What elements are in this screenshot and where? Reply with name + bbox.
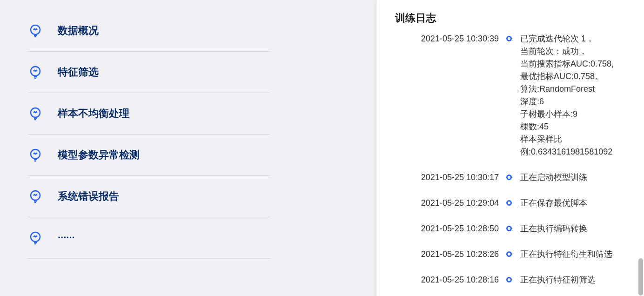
log-panel-title: 训练日志 xyxy=(376,0,644,33)
log-entry: 2021-05-25 10:29:04 正在保存最优脚本 xyxy=(376,197,630,209)
menu-label: 系统错误报告 xyxy=(58,189,119,203)
log-list[interactable]: 2021-05-25 10:30:39 已完成迭代轮次 1， 当前轮次：成功， … xyxy=(376,33,644,296)
lightbulb-icon xyxy=(28,189,43,204)
log-entry: 2021-05-25 10:28:26 正在执行特征衍生和筛选 xyxy=(376,248,630,261)
timeline-dot xyxy=(504,171,514,180)
timeline-dot xyxy=(504,197,514,206)
log-entry: 2021-05-25 10:28:16 正在执行特征初筛选 xyxy=(376,274,630,286)
log-message: 正在执行编码转换 xyxy=(514,222,630,235)
log-timestamp: 2021-05-25 10:28:16 xyxy=(376,274,504,286)
log-entry: 2021-05-25 10:30:17 正在启动模型训练 xyxy=(376,171,630,184)
menu-item-data-overview[interactable]: 数据概况 xyxy=(28,19,270,52)
scrollbar-thumb[interactable] xyxy=(638,258,643,296)
menu-label: 模型参数异常检测 xyxy=(58,148,140,162)
timeline-dot xyxy=(504,33,514,41)
log-message: 正在保存最优脚本 xyxy=(514,197,630,209)
log-timestamp: 2021-05-25 10:28:50 xyxy=(376,222,504,235)
lightbulb-icon xyxy=(28,230,43,245)
menu-label: 特征筛选 xyxy=(58,65,99,79)
menu-label: 样本不均衡处理 xyxy=(58,107,129,121)
log-message: 正在执行特征初筛选 xyxy=(514,274,630,286)
lightbulb-icon xyxy=(28,65,43,80)
scrollbar[interactable] xyxy=(638,28,643,296)
timeline-dot xyxy=(504,274,514,283)
timeline-dot xyxy=(504,222,514,231)
log-entry: 2021-05-25 10:28:50 正在执行编码转换 xyxy=(376,222,630,235)
log-timestamp: 2021-05-25 10:30:17 xyxy=(376,171,504,184)
menu-label: ······ xyxy=(58,232,75,244)
log-timestamp: 2021-05-25 10:30:39 xyxy=(376,33,504,45)
menu-item-sample-imbalance[interactable]: 样本不均衡处理 xyxy=(28,93,270,135)
menu-label: 数据概况 xyxy=(58,24,99,38)
lightbulb-icon xyxy=(28,23,43,38)
timeline-dot xyxy=(504,248,514,257)
lightbulb-icon xyxy=(28,148,43,162)
menu-item-more[interactable]: ······ xyxy=(28,217,270,259)
menu-item-param-anomaly[interactable]: 模型参数异常检测 xyxy=(28,135,270,176)
log-timestamp: 2021-05-25 10:29:04 xyxy=(376,197,504,209)
menu-item-system-error[interactable]: 系统错误报告 xyxy=(28,176,270,217)
log-entry: 2021-05-25 10:30:39 已完成迭代轮次 1， 当前轮次：成功， … xyxy=(376,33,630,158)
log-message: 正在启动模型训练 xyxy=(514,171,630,184)
log-panel: 训练日志 2021-05-25 10:30:39 已完成迭代轮次 1， 当前轮次… xyxy=(376,0,644,296)
log-timestamp: 2021-05-25 10:28:26 xyxy=(376,248,504,261)
log-message: 已完成迭代轮次 1， 当前轮次：成功， 当前搜索指标AUC:0.758, 最优指… xyxy=(514,33,630,158)
sidebar: 数据概况 特征筛选 样本不均衡处理 模型参数异常检测 系统错误报告 xyxy=(0,0,298,296)
lightbulb-icon xyxy=(28,106,43,121)
log-message: 正在执行特征衍生和筛选 xyxy=(514,248,630,261)
menu-item-feature-selection[interactable]: 特征筛选 xyxy=(28,52,270,93)
